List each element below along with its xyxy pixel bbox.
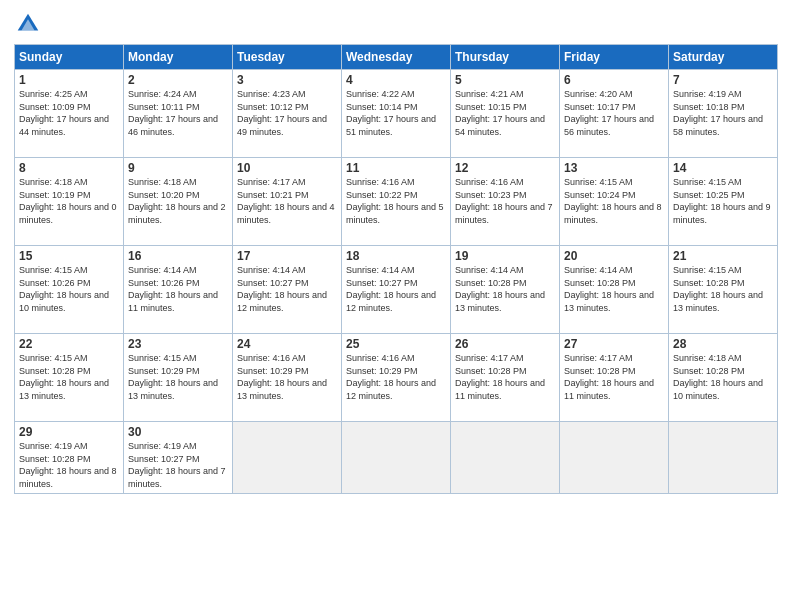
calendar-cell: 14 Sunrise: 4:15 AM Sunset: 10:25 PM Day… — [669, 158, 778, 246]
calendar-day-header: Monday — [124, 45, 233, 70]
day-number: 29 — [19, 425, 119, 439]
day-info: Sunrise: 4:18 AM Sunset: 10:28 PM Daylig… — [673, 352, 773, 402]
calendar-cell: 4 Sunrise: 4:22 AM Sunset: 10:14 PM Dayl… — [342, 70, 451, 158]
day-info: Sunrise: 4:14 AM Sunset: 10:28 PM Daylig… — [564, 264, 664, 314]
day-number: 26 — [455, 337, 555, 351]
day-number: 20 — [564, 249, 664, 263]
calendar-cell: 12 Sunrise: 4:16 AM Sunset: 10:23 PM Day… — [451, 158, 560, 246]
day-info: Sunrise: 4:25 AM Sunset: 10:09 PM Daylig… — [19, 88, 119, 138]
day-info: Sunrise: 4:15 AM Sunset: 10:29 PM Daylig… — [128, 352, 228, 402]
day-number: 24 — [237, 337, 337, 351]
day-info: Sunrise: 4:14 AM Sunset: 10:27 PM Daylig… — [346, 264, 446, 314]
calendar-cell: 23 Sunrise: 4:15 AM Sunset: 10:29 PM Day… — [124, 334, 233, 422]
day-number: 11 — [346, 161, 446, 175]
day-number: 12 — [455, 161, 555, 175]
calendar-cell: 2 Sunrise: 4:24 AM Sunset: 10:11 PM Dayl… — [124, 70, 233, 158]
calendar-cell: 20 Sunrise: 4:14 AM Sunset: 10:28 PM Day… — [560, 246, 669, 334]
calendar-cell: 8 Sunrise: 4:18 AM Sunset: 10:19 PM Dayl… — [15, 158, 124, 246]
day-number: 8 — [19, 161, 119, 175]
calendar-cell: 28 Sunrise: 4:18 AM Sunset: 10:28 PM Day… — [669, 334, 778, 422]
day-info: Sunrise: 4:16 AM Sunset: 10:23 PM Daylig… — [455, 176, 555, 226]
calendar-cell — [233, 422, 342, 494]
logo — [14, 10, 46, 38]
calendar-cell: 30 Sunrise: 4:19 AM Sunset: 10:27 PM Day… — [124, 422, 233, 494]
day-info: Sunrise: 4:16 AM Sunset: 10:29 PM Daylig… — [346, 352, 446, 402]
day-number: 25 — [346, 337, 446, 351]
day-number: 21 — [673, 249, 773, 263]
day-number: 13 — [564, 161, 664, 175]
calendar-day-header: Sunday — [15, 45, 124, 70]
calendar-day-header: Wednesday — [342, 45, 451, 70]
calendar-cell: 1 Sunrise: 4:25 AM Sunset: 10:09 PM Dayl… — [15, 70, 124, 158]
day-info: Sunrise: 4:14 AM Sunset: 10:28 PM Daylig… — [455, 264, 555, 314]
day-number: 19 — [455, 249, 555, 263]
calendar-day-header: Saturday — [669, 45, 778, 70]
day-info: Sunrise: 4:22 AM Sunset: 10:14 PM Daylig… — [346, 88, 446, 138]
calendar-week-row: 29 Sunrise: 4:19 AM Sunset: 10:28 PM Day… — [15, 422, 778, 494]
day-number: 1 — [19, 73, 119, 87]
day-number: 9 — [128, 161, 228, 175]
day-info: Sunrise: 4:15 AM Sunset: 10:25 PM Daylig… — [673, 176, 773, 226]
day-number: 22 — [19, 337, 119, 351]
day-number: 16 — [128, 249, 228, 263]
calendar-cell: 24 Sunrise: 4:16 AM Sunset: 10:29 PM Day… — [233, 334, 342, 422]
calendar-cell — [560, 422, 669, 494]
day-info: Sunrise: 4:17 AM Sunset: 10:28 PM Daylig… — [564, 352, 664, 402]
calendar-cell — [342, 422, 451, 494]
day-number: 14 — [673, 161, 773, 175]
calendar-cell: 9 Sunrise: 4:18 AM Sunset: 10:20 PM Dayl… — [124, 158, 233, 246]
calendar-day-header: Thursday — [451, 45, 560, 70]
day-info: Sunrise: 4:24 AM Sunset: 10:11 PM Daylig… — [128, 88, 228, 138]
day-number: 30 — [128, 425, 228, 439]
day-info: Sunrise: 4:16 AM Sunset: 10:22 PM Daylig… — [346, 176, 446, 226]
day-info: Sunrise: 4:14 AM Sunset: 10:27 PM Daylig… — [237, 264, 337, 314]
calendar-table: SundayMondayTuesdayWednesdayThursdayFrid… — [14, 44, 778, 494]
header — [14, 10, 778, 38]
calendar-cell: 26 Sunrise: 4:17 AM Sunset: 10:28 PM Day… — [451, 334, 560, 422]
day-number: 7 — [673, 73, 773, 87]
calendar-cell: 21 Sunrise: 4:15 AM Sunset: 10:28 PM Day… — [669, 246, 778, 334]
calendar-cell: 3 Sunrise: 4:23 AM Sunset: 10:12 PM Dayl… — [233, 70, 342, 158]
day-info: Sunrise: 4:15 AM Sunset: 10:24 PM Daylig… — [564, 176, 664, 226]
day-number: 28 — [673, 337, 773, 351]
calendar-day-header: Tuesday — [233, 45, 342, 70]
calendar-cell: 15 Sunrise: 4:15 AM Sunset: 10:26 PM Day… — [15, 246, 124, 334]
calendar-cell: 13 Sunrise: 4:15 AM Sunset: 10:24 PM Day… — [560, 158, 669, 246]
day-info: Sunrise: 4:15 AM Sunset: 10:28 PM Daylig… — [19, 352, 119, 402]
day-number: 23 — [128, 337, 228, 351]
day-info: Sunrise: 4:15 AM Sunset: 10:26 PM Daylig… — [19, 264, 119, 314]
day-info: Sunrise: 4:14 AM Sunset: 10:26 PM Daylig… — [128, 264, 228, 314]
day-info: Sunrise: 4:21 AM Sunset: 10:15 PM Daylig… — [455, 88, 555, 138]
day-info: Sunrise: 4:23 AM Sunset: 10:12 PM Daylig… — [237, 88, 337, 138]
calendar-cell: 11 Sunrise: 4:16 AM Sunset: 10:22 PM Day… — [342, 158, 451, 246]
page: SundayMondayTuesdayWednesdayThursdayFrid… — [0, 0, 792, 612]
calendar-cell: 25 Sunrise: 4:16 AM Sunset: 10:29 PM Day… — [342, 334, 451, 422]
calendar-day-header: Friday — [560, 45, 669, 70]
calendar-cell: 17 Sunrise: 4:14 AM Sunset: 10:27 PM Day… — [233, 246, 342, 334]
day-number: 18 — [346, 249, 446, 263]
calendar-cell: 29 Sunrise: 4:19 AM Sunset: 10:28 PM Day… — [15, 422, 124, 494]
day-number: 4 — [346, 73, 446, 87]
day-number: 6 — [564, 73, 664, 87]
calendar-week-row: 1 Sunrise: 4:25 AM Sunset: 10:09 PM Dayl… — [15, 70, 778, 158]
day-info: Sunrise: 4:20 AM Sunset: 10:17 PM Daylig… — [564, 88, 664, 138]
calendar-cell — [451, 422, 560, 494]
calendar-cell — [669, 422, 778, 494]
calendar-cell: 16 Sunrise: 4:14 AM Sunset: 10:26 PM Day… — [124, 246, 233, 334]
logo-icon — [14, 10, 42, 38]
day-info: Sunrise: 4:18 AM Sunset: 10:19 PM Daylig… — [19, 176, 119, 226]
day-info: Sunrise: 4:19 AM Sunset: 10:18 PM Daylig… — [673, 88, 773, 138]
calendar-cell: 7 Sunrise: 4:19 AM Sunset: 10:18 PM Dayl… — [669, 70, 778, 158]
day-info: Sunrise: 4:17 AM Sunset: 10:21 PM Daylig… — [237, 176, 337, 226]
day-number: 15 — [19, 249, 119, 263]
day-info: Sunrise: 4:19 AM Sunset: 10:28 PM Daylig… — [19, 440, 119, 490]
calendar-cell: 10 Sunrise: 4:17 AM Sunset: 10:21 PM Day… — [233, 158, 342, 246]
day-number: 10 — [237, 161, 337, 175]
day-info: Sunrise: 4:17 AM Sunset: 10:28 PM Daylig… — [455, 352, 555, 402]
calendar-week-row: 15 Sunrise: 4:15 AM Sunset: 10:26 PM Day… — [15, 246, 778, 334]
calendar-cell: 18 Sunrise: 4:14 AM Sunset: 10:27 PM Day… — [342, 246, 451, 334]
calendar-cell: 6 Sunrise: 4:20 AM Sunset: 10:17 PM Dayl… — [560, 70, 669, 158]
calendar-header-row: SundayMondayTuesdayWednesdayThursdayFrid… — [15, 45, 778, 70]
day-info: Sunrise: 4:18 AM Sunset: 10:20 PM Daylig… — [128, 176, 228, 226]
calendar-week-row: 8 Sunrise: 4:18 AM Sunset: 10:19 PM Dayl… — [15, 158, 778, 246]
